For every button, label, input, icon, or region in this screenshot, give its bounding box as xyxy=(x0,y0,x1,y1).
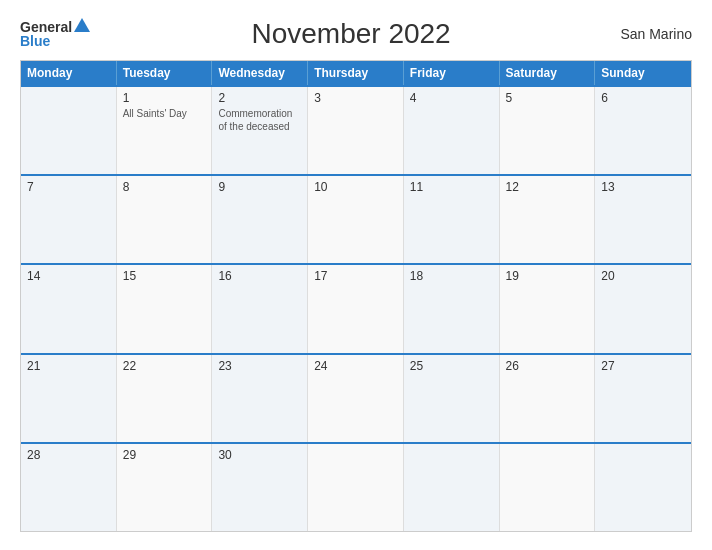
cell-w4-d2: 22 xyxy=(117,355,213,442)
logo-box: General Blue xyxy=(20,20,90,48)
cell-w3-d5: 18 xyxy=(404,265,500,352)
day-number: 13 xyxy=(601,180,685,194)
col-thursday: Thursday xyxy=(308,61,404,85)
cell-w4-d6: 26 xyxy=(500,355,596,442)
day-number: 6 xyxy=(601,91,685,105)
cell-w3-d1: 14 xyxy=(21,265,117,352)
day-number: 4 xyxy=(410,91,493,105)
day-number: 7 xyxy=(27,180,110,194)
calendar-body: 1All Saints' Day2Commemoration of the de… xyxy=(21,85,691,531)
day-number: 1 xyxy=(123,91,206,105)
logo-blue: Blue xyxy=(20,34,50,48)
day-number: 10 xyxy=(314,180,397,194)
cell-w1-d5: 4 xyxy=(404,87,500,174)
country-label: San Marino xyxy=(612,26,692,42)
header: General Blue November 2022 San Marino xyxy=(20,18,692,50)
week-3: 14151617181920 xyxy=(21,263,691,352)
cell-w4-d1: 21 xyxy=(21,355,117,442)
cell-w2-d3: 9 xyxy=(212,176,308,263)
calendar-grid: Monday Tuesday Wednesday Thursday Friday… xyxy=(20,60,692,532)
col-saturday: Saturday xyxy=(500,61,596,85)
calendar-page: General Blue November 2022 San Marino Mo… xyxy=(0,0,712,550)
cell-w3-d3: 16 xyxy=(212,265,308,352)
cell-w5-d2: 29 xyxy=(117,444,213,531)
calendar-header-row: Monday Tuesday Wednesday Thursday Friday… xyxy=(21,61,691,85)
logo-triangle-icon xyxy=(74,18,90,32)
day-number: 8 xyxy=(123,180,206,194)
day-number: 25 xyxy=(410,359,493,373)
day-number: 19 xyxy=(506,269,589,283)
calendar-title: November 2022 xyxy=(90,18,612,50)
cell-w1-d6: 5 xyxy=(500,87,596,174)
day-number: 29 xyxy=(123,448,206,462)
cell-w5-d3: 30 xyxy=(212,444,308,531)
day-number: 20 xyxy=(601,269,685,283)
day-number: 9 xyxy=(218,180,301,194)
cell-w2-d5: 11 xyxy=(404,176,500,263)
week-5: 282930 xyxy=(21,442,691,531)
day-number: 22 xyxy=(123,359,206,373)
week-4: 21222324252627 xyxy=(21,353,691,442)
day-number: 2 xyxy=(218,91,301,105)
day-number: 14 xyxy=(27,269,110,283)
cell-w3-d2: 15 xyxy=(117,265,213,352)
col-tuesday: Tuesday xyxy=(117,61,213,85)
cell-w1-d2: 1All Saints' Day xyxy=(117,87,213,174)
day-number: 11 xyxy=(410,180,493,194)
day-number: 28 xyxy=(27,448,110,462)
day-number: 15 xyxy=(123,269,206,283)
cell-w3-d7: 20 xyxy=(595,265,691,352)
cell-w2-d1: 7 xyxy=(21,176,117,263)
holiday-label: All Saints' Day xyxy=(123,107,206,120)
day-number: 26 xyxy=(506,359,589,373)
cell-w5-d7 xyxy=(595,444,691,531)
day-number: 30 xyxy=(218,448,301,462)
cell-w1-d4: 3 xyxy=(308,87,404,174)
cell-w5-d6 xyxy=(500,444,596,531)
cell-w3-d4: 17 xyxy=(308,265,404,352)
cell-w1-d7: 6 xyxy=(595,87,691,174)
logo-top-row: General xyxy=(20,20,90,34)
col-sunday: Sunday xyxy=(595,61,691,85)
day-number: 21 xyxy=(27,359,110,373)
cell-w5-d5 xyxy=(404,444,500,531)
day-number: 18 xyxy=(410,269,493,283)
day-number: 24 xyxy=(314,359,397,373)
logo-general: General xyxy=(20,20,72,34)
cell-w4-d7: 27 xyxy=(595,355,691,442)
week-2: 78910111213 xyxy=(21,174,691,263)
day-number: 16 xyxy=(218,269,301,283)
cell-w2-d4: 10 xyxy=(308,176,404,263)
col-wednesday: Wednesday xyxy=(212,61,308,85)
day-number: 5 xyxy=(506,91,589,105)
cell-w1-d1 xyxy=(21,87,117,174)
cell-w4-d4: 24 xyxy=(308,355,404,442)
cell-w3-d6: 19 xyxy=(500,265,596,352)
cell-w2-d2: 8 xyxy=(117,176,213,263)
day-number: 17 xyxy=(314,269,397,283)
cell-w2-d6: 12 xyxy=(500,176,596,263)
logo: General Blue xyxy=(20,20,90,48)
cell-w1-d3: 2Commemoration of the deceased xyxy=(212,87,308,174)
holiday-label: Commemoration of the deceased xyxy=(218,107,301,133)
day-number: 12 xyxy=(506,180,589,194)
day-number: 27 xyxy=(601,359,685,373)
cell-w5-d1: 28 xyxy=(21,444,117,531)
week-1: 1All Saints' Day2Commemoration of the de… xyxy=(21,85,691,174)
day-number: 3 xyxy=(314,91,397,105)
col-monday: Monday xyxy=(21,61,117,85)
col-friday: Friday xyxy=(404,61,500,85)
cell-w2-d7: 13 xyxy=(595,176,691,263)
cell-w5-d4 xyxy=(308,444,404,531)
day-number: 23 xyxy=(218,359,301,373)
cell-w4-d3: 23 xyxy=(212,355,308,442)
cell-w4-d5: 25 xyxy=(404,355,500,442)
